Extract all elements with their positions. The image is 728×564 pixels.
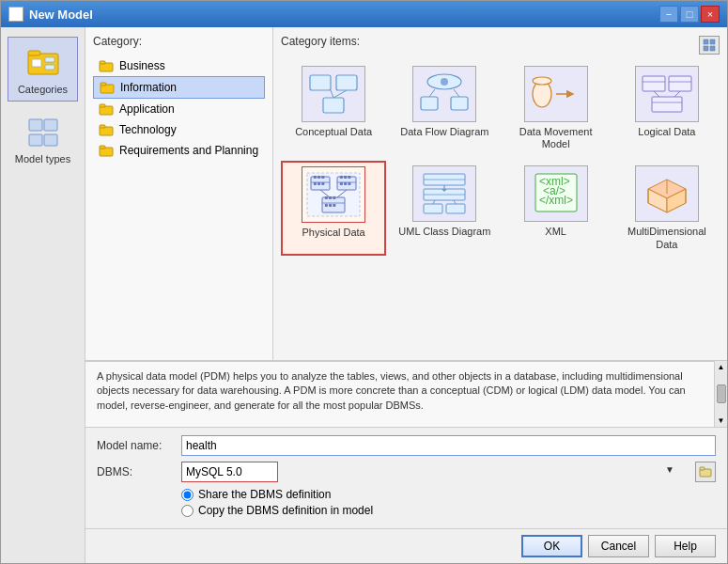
nav-item-categories[interactable]: Categories <box>8 37 78 102</box>
uml-class-diagram-icon <box>412 165 476 222</box>
category-technology[interactable]: Technology <box>93 119 265 140</box>
model-name-label: Model name: <box>97 439 181 452</box>
item-data-flow-diagram-label: Data Flow Diagram <box>400 126 488 138</box>
radio-copy-label: Copy the DBMS definition in model <box>198 504 373 517</box>
item-xml[interactable]: <xml> <a/> </xml> XML <box>503 161 609 255</box>
dialog-title: New Model <box>29 8 93 22</box>
svg-rect-3 <box>45 57 54 62</box>
item-uml-class-diagram-label: UML Class Diagram <box>398 226 490 238</box>
form-area: Model name: DBMS: MySQL 5.0 MySQL 8.0 SQ… <box>85 427 727 528</box>
category-information[interactable]: Information <box>93 76 265 99</box>
model-name-row: Model name: <box>97 435 716 456</box>
svg-rect-1 <box>28 51 40 55</box>
category-requirements[interactable]: Requirements and Planning <box>93 140 265 161</box>
dbms-label: DBMS: <box>97 465 181 478</box>
dbms-select[interactable]: MySQL 5.0 MySQL 8.0 SQL Server 2019 Orac… <box>181 462 278 482</box>
physical-data-icon: ▪▪▪ ▪▪▪ ▪▪▪ ▪▪▪ ▪▪▪ ▪▪▪ <box>302 166 365 223</box>
svg-line-32 <box>454 89 459 97</box>
category-panel-label: Category: <box>93 35 265 48</box>
svg-text:▪▪▪: ▪▪▪ <box>339 177 351 190</box>
xml-icon: <xml> <a/> </xml> <box>524 165 588 222</box>
description-scrollbar[interactable]: ▲ ▼ <box>714 361 727 427</box>
svg-rect-82 <box>700 467 705 470</box>
nav-item-model-types[interactable]: Model types <box>8 106 78 171</box>
category-business[interactable]: Business <box>93 55 265 76</box>
svg-line-31 <box>429 89 435 97</box>
items-panel-label: Category items: <box>281 35 360 48</box>
item-data-flow-diagram[interactable]: Data Flow Diagram <box>392 61 497 155</box>
svg-text:▪▪▪: ▪▪▪ <box>324 198 336 212</box>
svg-rect-16 <box>100 125 105 128</box>
svg-rect-6 <box>44 119 57 131</box>
minimize-button[interactable]: − <box>659 6 678 23</box>
svg-line-68 <box>433 200 435 204</box>
dialog-icon <box>8 7 23 22</box>
model-types-icon <box>24 113 62 150</box>
svg-rect-7 <box>29 134 42 146</box>
categories-label: Categories <box>18 84 68 95</box>
svg-rect-20 <box>710 39 715 44</box>
item-multidimensional-data-label: MultiDimensional Data <box>619 226 715 250</box>
data-flow-diagram-icon <box>412 66 476 122</box>
view-toggle-button[interactable] <box>699 36 720 55</box>
svg-rect-19 <box>704 39 708 44</box>
help-button[interactable]: Help <box>655 535 716 557</box>
dbms-browse-button[interactable] <box>695 462 716 482</box>
radio-share-row[interactable]: Share the DBMS definition <box>181 488 716 501</box>
radio-share-label: Share the DBMS definition <box>198 488 331 501</box>
categories-icon <box>24 43 62 81</box>
ok-button[interactable]: OK <box>521 535 582 557</box>
radio-copy-row[interactable]: Copy the DBMS definition in model <box>181 504 716 517</box>
left-navigation: Categories Model types <box>1 27 85 563</box>
item-data-movement-model-label: Data Movement Model <box>508 126 604 150</box>
item-conceptual-data[interactable]: Conceptual Data <box>281 61 386 155</box>
category-application-label: Application <box>119 102 175 116</box>
svg-rect-67 <box>446 204 465 213</box>
radio-copy[interactable] <box>181 505 194 517</box>
category-row: Category: Business Information Applicati… <box>85 27 727 360</box>
close-button[interactable]: × <box>701 6 720 23</box>
item-xml-label: XML <box>545 226 566 238</box>
svg-text:▪▪▪: ▪▪▪ <box>313 177 325 190</box>
svg-rect-21 <box>704 46 708 51</box>
category-requirements-label: Requirements and Planning <box>119 144 258 157</box>
svg-rect-25 <box>323 98 344 113</box>
multidimensional-data-icon <box>635 165 699 222</box>
items-panel: Category items: <box>273 27 727 360</box>
radio-group: Share the DBMS definition Copy the DBMS … <box>181 488 716 517</box>
svg-rect-8 <box>44 134 57 146</box>
item-uml-class-diagram[interactable]: UML Class Diagram <box>392 161 497 255</box>
radio-share[interactable] <box>181 489 194 501</box>
item-multidimensional-data[interactable]: MultiDimensional Data <box>614 161 720 255</box>
svg-line-69 <box>454 200 456 204</box>
svg-point-35 <box>533 77 551 85</box>
svg-text:</xml>: </xml> <box>539 194 573 207</box>
description-wrapper: A physical data model (PDM) helps you to… <box>85 360 727 427</box>
item-physical-data[interactable]: ▪▪▪ ▪▪▪ ▪▪▪ ▪▪▪ ▪▪▪ ▪▪▪ <box>281 161 386 255</box>
category-technology-label: Technology <box>119 123 177 136</box>
maximize-button[interactable]: □ <box>680 6 699 23</box>
cancel-button[interactable]: Cancel <box>588 535 649 557</box>
model-types-label: Model types <box>15 153 70 164</box>
svg-rect-12 <box>101 83 106 86</box>
description-text: A physical data model (PDM) helps you to… <box>85 361 727 427</box>
title-bar: New Model − □ × <box>1 1 727 27</box>
svg-rect-4 <box>45 65 54 70</box>
dialog-footer: OK Cancel Help <box>85 528 727 563</box>
svg-rect-10 <box>100 61 105 64</box>
svg-rect-39 <box>669 76 691 91</box>
svg-rect-41 <box>652 97 682 112</box>
data-movement-model-icon <box>524 66 588 122</box>
item-logical-data[interactable]: Logical Data <box>614 61 720 155</box>
svg-rect-23 <box>310 75 331 90</box>
items-grid: Conceptual Data <box>281 61 720 256</box>
category-application[interactable]: Application <box>93 99 265 119</box>
svg-rect-29 <box>421 97 438 110</box>
svg-rect-5 <box>29 119 42 131</box>
logical-data-icon <box>635 66 699 122</box>
model-name-input[interactable] <box>181 435 716 456</box>
category-business-label: Business <box>119 59 165 72</box>
svg-line-44 <box>674 91 680 97</box>
item-data-movement-model[interactable]: Data Movement Model <box>503 61 609 155</box>
svg-rect-18 <box>100 146 105 149</box>
